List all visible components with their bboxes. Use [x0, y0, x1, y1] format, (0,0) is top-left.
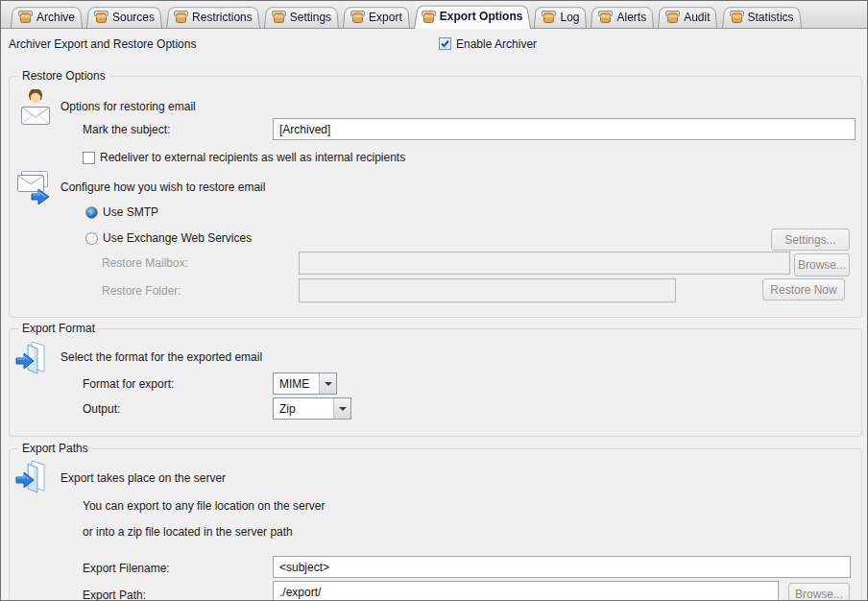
chevron-down-icon[interactable]	[319, 373, 336, 394]
archive-box-icon	[350, 11, 365, 23]
archive-box-icon	[94, 11, 108, 23]
export-paths-section-title: Export takes place on the server	[60, 471, 226, 485]
restore-email-user-icon	[18, 89, 53, 131]
export-format-section-title: Select the format for the exported email	[60, 350, 262, 364]
export-folder-icon	[14, 339, 51, 378]
use-ews-radio[interactable]	[85, 232, 98, 245]
export-filename-label: Export Filename:	[83, 562, 170, 575]
enable-archiver-label: Enable Archiver	[456, 37, 537, 51]
tab-export-options[interactable]: Export Options	[414, 4, 531, 29]
restore-email-send-icon	[12, 168, 53, 211]
check-icon	[440, 38, 450, 49]
output-label: Output:	[83, 402, 120, 416]
archiver-options-window: Archive Sources Restrictions Settings Ex…	[0, 0, 868, 601]
restore-options-group-title: Restore Options	[18, 69, 109, 83]
format-combo[interactable]: MIME	[273, 373, 337, 395]
use-smtp-label: Use SMTP	[103, 205, 158, 219]
export-path-label: Export Path:	[83, 589, 146, 601]
restore-folder-input[interactable]	[299, 278, 676, 302]
redeliver-checkbox[interactable]	[83, 152, 95, 164]
browse-mailbox-button[interactable]: Browse...	[794, 253, 850, 276]
tab-settings[interactable]: Settings	[264, 6, 339, 28]
mark-subject-label: Mark the subject:	[83, 123, 170, 136]
restore-now-button[interactable]: Restore Now	[762, 278, 845, 300]
archive-box-icon	[174, 11, 188, 23]
restore-folder-label: Restore Folder:	[102, 284, 181, 298]
settings-button[interactable]: Settings...	[771, 228, 850, 251]
tab-sources[interactable]: Sources	[86, 6, 162, 28]
archive-box-icon	[730, 11, 744, 23]
tab-audit[interactable]: Audit	[658, 6, 717, 28]
enable-archiver-checkbox[interactable]	[439, 37, 451, 50]
mark-subject-input[interactable]	[273, 118, 856, 140]
tab-restrictions[interactable]: Restrictions	[166, 6, 260, 28]
archive-box-icon	[598, 11, 613, 23]
tab-log[interactable]: Log	[534, 6, 587, 28]
export-filename-input[interactable]	[273, 556, 851, 578]
export-format-group-title: Export Format	[18, 322, 99, 335]
page-title: Archiver Export and Restore Options	[9, 37, 196, 51]
redeliver-label: Redeliver to external recipients as well…	[100, 151, 405, 164]
output-combo[interactable]: Zip	[273, 397, 351, 420]
export-path-input[interactable]	[273, 581, 779, 601]
restore-section-title: Options for restoring email	[60, 100, 196, 113]
tab-strip: Archive Sources Restrictions Settings Ex…	[1, 1, 867, 29]
export-paths-group-title: Export Paths	[18, 442, 92, 455]
archive-box-icon	[422, 11, 436, 23]
tab-statistics[interactable]: Statistics	[722, 6, 802, 28]
format-combo-value: MIME	[274, 377, 319, 391]
configure-restore-title: Configure how you wish to restore email	[60, 180, 265, 194]
archive-box-icon	[542, 11, 556, 23]
use-ews-label: Use Exchange Web Services	[103, 231, 252, 245]
chevron-down-icon[interactable]	[333, 398, 350, 419]
tab-alerts[interactable]: Alerts	[591, 6, 654, 28]
archive-box-icon	[18, 11, 33, 23]
restore-mailbox-input[interactable]	[299, 252, 790, 275]
export-paths-line2: or into a zip file located in the server…	[83, 525, 293, 539]
tab-export[interactable]: Export	[343, 6, 410, 28]
export-paths-line1: You can export to any file location on t…	[83, 499, 325, 513]
use-smtp-radio[interactable]	[85, 206, 98, 219]
restore-mailbox-label: Restore Mailbox:	[102, 256, 188, 270]
archive-box-icon	[665, 11, 680, 23]
archive-box-icon	[272, 11, 286, 23]
browse-path-button[interactable]: Browse...	[788, 583, 850, 601]
export-server-folder-icon	[14, 458, 51, 497]
format-for-export-label: Format for export:	[83, 377, 174, 391]
output-combo-value: Zip	[274, 402, 333, 416]
tab-archive[interactable]: Archive	[11, 6, 83, 28]
